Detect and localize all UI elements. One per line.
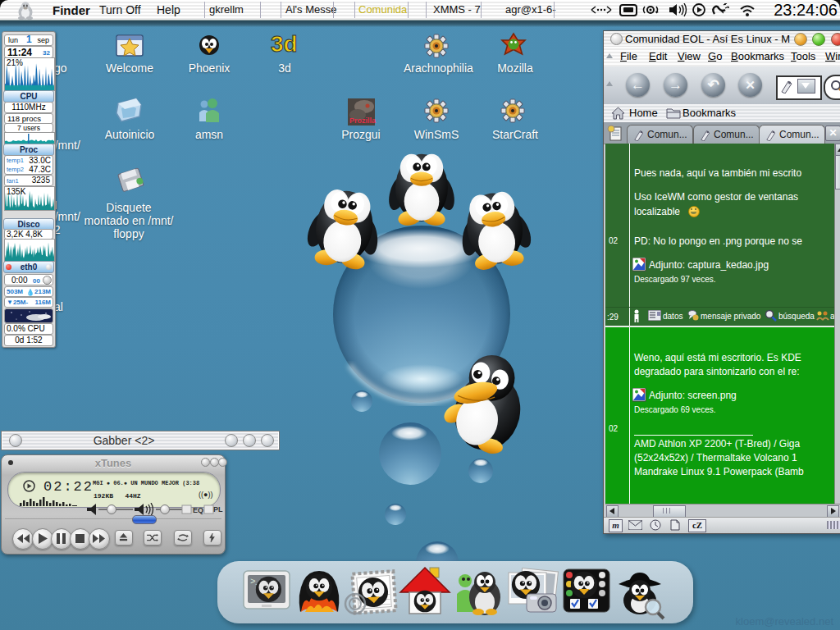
svg-text:3d: 3d (271, 31, 298, 57)
svg-text:EQ: EQ (193, 506, 203, 514)
svg-text:Prozilla: Prozilla (349, 116, 377, 125)
